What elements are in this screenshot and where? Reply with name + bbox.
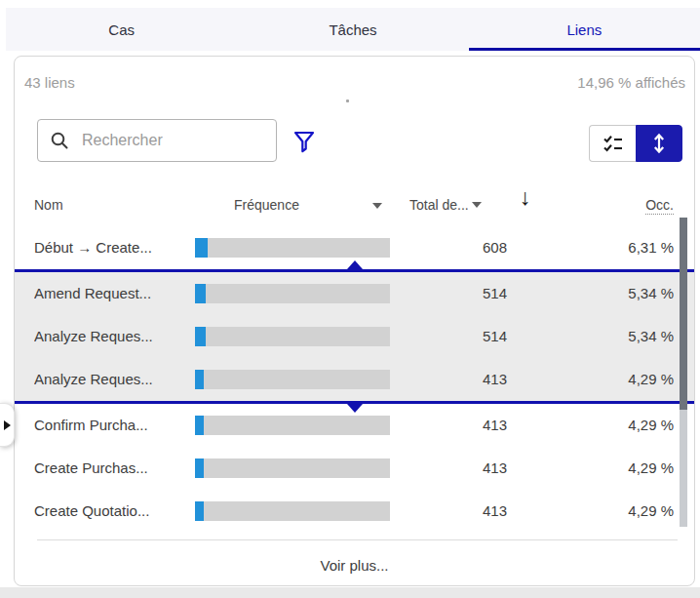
table-row[interactable]: Create Quotatio... 413 4,29 % xyxy=(15,490,694,533)
bottom-strip xyxy=(0,587,700,598)
row-occ-value: 4,29 % xyxy=(628,459,674,476)
filter-button[interactable] xyxy=(289,126,322,157)
row-occ-value: 4,29 % xyxy=(628,371,674,387)
table-row[interactable]: Create Purchas... 413 4,29 % xyxy=(15,447,694,490)
search-box[interactable] xyxy=(37,119,277,162)
frequency-bar-track xyxy=(195,238,390,258)
frequency-bar-fill xyxy=(195,238,208,258)
frequency-bar-fill xyxy=(195,458,204,478)
frequency-bar-track xyxy=(195,327,390,346)
row-name: Analyze Reques... xyxy=(34,371,153,387)
shown-percentage: 14,96 % affichés xyxy=(577,74,685,91)
total-dropdown-caret-icon xyxy=(472,202,482,208)
view-toggle-group xyxy=(589,125,682,162)
frequency-bar-fill xyxy=(195,416,204,435)
frequency-bar-track xyxy=(195,284,390,303)
frequency-bar-track xyxy=(195,458,390,478)
expand-panel-button[interactable] xyxy=(0,403,15,447)
table-header: Nom Fréquence Total de... Occ. xyxy=(15,185,694,226)
row-total-value: 413 xyxy=(424,459,507,476)
sort-view-button[interactable] xyxy=(636,125,682,162)
frequence-dropdown-caret-icon[interactable] xyxy=(372,203,382,209)
frequency-bar-track xyxy=(195,501,390,521)
frequency-bar-fill xyxy=(195,327,206,346)
scrollbar-thumb[interactable] xyxy=(680,218,687,410)
row-occ-value: 5,34 % xyxy=(628,328,674,344)
table-body: Début → Create... 608 6,31 % Amend Reque… xyxy=(15,226,694,533)
checklist-icon xyxy=(603,134,624,153)
footer-divider xyxy=(37,539,678,540)
links-panel: 43 liens 14,96 % affichés xyxy=(14,56,695,586)
row-occ-value: 4,29 % xyxy=(628,502,674,519)
column-header-total[interactable]: Total de... xyxy=(409,197,482,213)
tab-taches[interactable]: Tâches xyxy=(237,8,468,51)
search-icon xyxy=(50,131,69,150)
drag-handle-dot xyxy=(346,100,349,102)
row-name: Amend Request... xyxy=(34,285,151,301)
row-total-value: 413 xyxy=(424,417,507,433)
frequency-bar-track xyxy=(195,416,390,435)
links-count: 43 liens xyxy=(24,74,75,91)
voir-plus-button[interactable]: Voir plus... xyxy=(15,544,694,585)
row-name: Début → Create... xyxy=(34,239,152,256)
triangle-down-icon[interactable] xyxy=(347,404,363,413)
scrollbar-track[interactable] xyxy=(680,218,687,527)
row-total-value: 608 xyxy=(424,239,507,256)
row-occ-value: 6,31 % xyxy=(628,239,674,256)
row-name: Confirm Purcha... xyxy=(34,417,148,433)
row-name: Create Quotatio... xyxy=(34,502,149,519)
row-total-value: 514 xyxy=(424,328,507,344)
column-header-frequence[interactable]: Fréquence xyxy=(234,197,299,213)
row-occ-value: 5,34 % xyxy=(628,285,674,301)
links-analysis-screen: Cas Tâches Liens 43 liens 14,96 % affich… xyxy=(0,0,700,598)
table-row[interactable]: Analyze Reques... 413 4,29 % xyxy=(15,358,694,401)
sort-descending-icon[interactable] xyxy=(520,186,531,209)
summary-row: 43 liens 14,96 % affichés xyxy=(15,74,694,91)
frequency-bar-fill xyxy=(195,501,204,521)
tab-bar: Cas Tâches Liens xyxy=(6,8,700,51)
row-total-value: 413 xyxy=(424,371,507,387)
vertical-arrows-icon xyxy=(649,132,669,155)
row-occ-value: 4,29 % xyxy=(628,417,674,433)
row-total-value: 413 xyxy=(424,502,507,519)
range-start-handle[interactable] xyxy=(15,269,694,272)
tab-cas[interactable]: Cas xyxy=(6,8,237,51)
frequency-bar-fill xyxy=(195,284,206,303)
search-input[interactable] xyxy=(80,131,264,150)
range-end-handle[interactable] xyxy=(15,401,694,404)
funnel-icon xyxy=(292,130,318,153)
chevron-right-icon xyxy=(4,420,11,430)
checklist-view-button[interactable] xyxy=(589,125,636,162)
frequency-bar-fill xyxy=(195,370,204,389)
frequency-bar-track xyxy=(195,370,390,389)
tab-liens[interactable]: Liens xyxy=(469,8,700,51)
row-name: Create Purchas... xyxy=(34,459,148,476)
column-header-nom[interactable]: Nom xyxy=(34,197,63,213)
table-row[interactable]: Amend Request... 514 5,34 % xyxy=(15,272,694,315)
table-row[interactable]: Analyze Reques... 514 5,34 % xyxy=(15,315,694,358)
column-header-total-label: Total de... xyxy=(409,197,469,213)
triangle-up-icon[interactable] xyxy=(347,260,363,269)
column-header-occ[interactable]: Occ. xyxy=(645,197,674,215)
row-name: Analyze Reques... xyxy=(34,328,153,344)
row-total-value: 514 xyxy=(424,285,507,301)
